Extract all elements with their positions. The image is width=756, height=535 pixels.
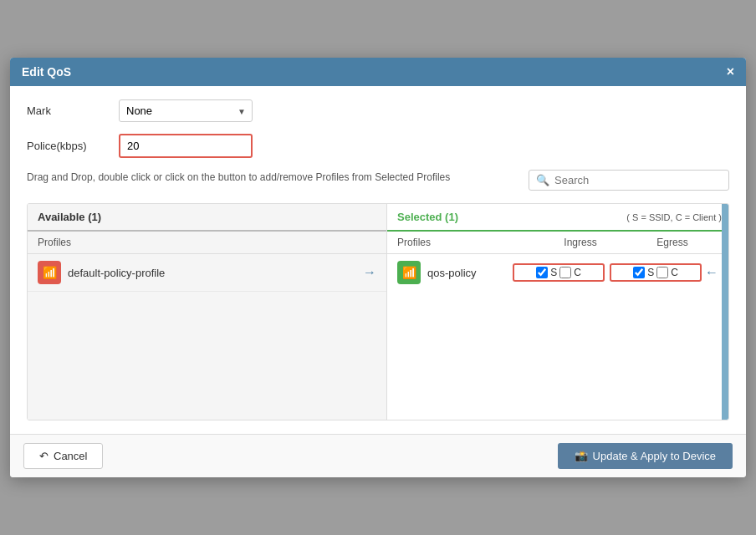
ingress-checkbox-group: S C — [513, 263, 605, 282]
search-input[interactable] — [554, 174, 722, 186]
modal-overlay: Edit QoS × Mark None DSCP 802.1p ▼ Poli — [0, 0, 756, 535]
selected-panel: Selected (1) ( S = SSID, C = Client ) Pr… — [387, 204, 728, 420]
profile-icon-red: 📶 — [38, 261, 61, 284]
selected-profile-name: qos-policy — [427, 267, 513, 279]
col-profiles-label: Profiles — [397, 237, 534, 248]
update-apply-button[interactable]: 📸 Update & Apply to Device — [558, 443, 733, 469]
mark-select[interactable]: None DSCP 802.1p — [119, 99, 253, 122]
wifi-icon-green: 📶 — [402, 266, 416, 279]
modal-title: Edit QoS — [22, 65, 71, 79]
list-item[interactable]: 📶 default-policy-profile → — [28, 254, 386, 292]
drag-drop-hint: Drag and Drop, double click or click on … — [27, 170, 450, 185]
egress-c-checkbox[interactable] — [656, 267, 668, 278]
available-panel-title: Available (1) — [28, 204, 386, 232]
edit-qos-modal: Edit QoS × Mark None DSCP 802.1p ▼ Poli — [10, 58, 746, 477]
modal-footer: ↶ Cancel 📸 Update & Apply to Device — [10, 434, 746, 477]
ingress-s-checkbox[interactable] — [536, 267, 548, 278]
police-label: Police(kbps) — [27, 140, 119, 152]
ingress-c-checkbox[interactable] — [559, 267, 571, 278]
mark-select-wrapper: None DSCP 802.1p ▼ — [119, 99, 253, 122]
search-icon: 🔍 — [536, 174, 549, 186]
available-col-headers: Profiles — [28, 232, 386, 254]
available-panel: Available (1) Profiles 📶 default-policy-… — [28, 204, 387, 420]
police-row: Police(kbps) — [27, 134, 729, 158]
mark-label: Mark — [27, 104, 119, 117]
selected-panel-header: Selected (1) ( S = SSID, C = Client ) — [387, 204, 728, 232]
available-profile-name: default-policy-profile — [68, 267, 363, 279]
panels-container: Available (1) Profiles 📶 default-policy-… — [27, 203, 729, 420]
egress-s-checkbox[interactable] — [633, 267, 645, 278]
sc-legend: ( S = SSID, C = Client ) — [620, 207, 728, 227]
scrollbar[interactable] — [722, 204, 728, 420]
col-ingress-label: Ingress — [534, 237, 626, 248]
available-profile-list: 📶 default-policy-profile → — [28, 254, 386, 420]
hint-search-row: Drag and Drop, double click or click on … — [27, 170, 729, 195]
selected-col-headers: Profiles Ingress Egress — [387, 232, 728, 254]
modal-body: Mark None DSCP 802.1p ▼ Police(kbps) Dra… — [10, 86, 746, 434]
col-egress-label: Egress — [626, 237, 718, 248]
egress-checkbox-group: S C — [610, 263, 702, 282]
undo-icon: ↶ — [39, 450, 49, 462]
arrow-left-icon[interactable]: ← — [705, 265, 718, 280]
cancel-button[interactable]: ↶ Cancel — [23, 443, 103, 469]
wifi-icon: 📶 — [43, 266, 57, 279]
close-button[interactable]: × — [727, 65, 734, 79]
profile-icon-green: 📶 — [397, 261, 421, 284]
selected-profile-list: 📶 qos-policy S C — [387, 254, 728, 420]
device-icon: 📸 — [575, 450, 588, 462]
search-wrapper: 🔍 — [529, 170, 729, 191]
police-input[interactable] — [119, 134, 253, 158]
arrow-right-icon[interactable]: → — [363, 265, 376, 280]
mark-row: Mark None DSCP 802.1p ▼ — [27, 99, 729, 122]
selected-row: 📶 qos-policy S C — [387, 254, 728, 291]
selected-panel-title: Selected (1) — [387, 204, 468, 230]
modal-header: Edit QoS × — [10, 58, 746, 86]
